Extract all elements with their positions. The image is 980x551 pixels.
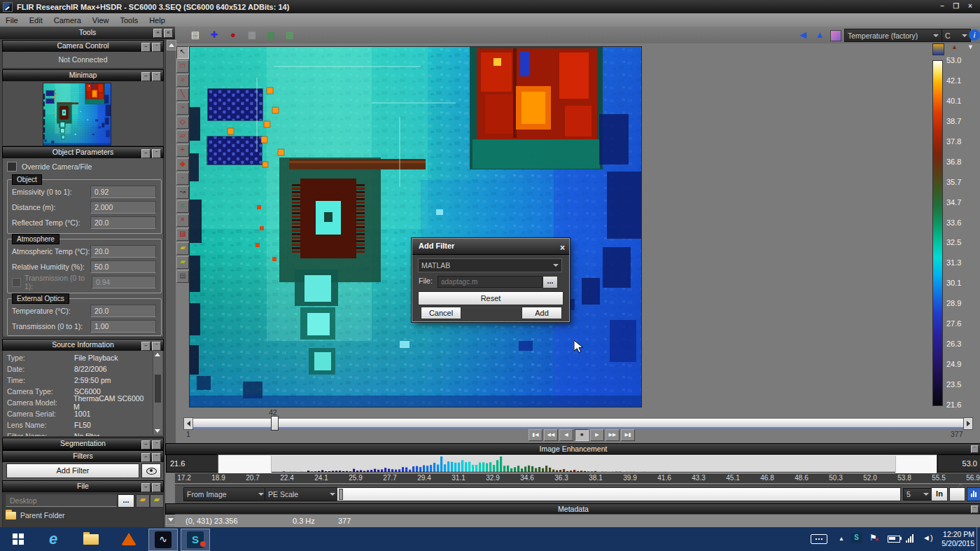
rect-roi-tool[interactable]: □ (176, 60, 189, 73)
add-button[interactable]: Add (522, 307, 562, 319)
folder-up-button[interactable]: ▰ (136, 494, 150, 508)
cross-marker-tool[interactable]: + (176, 144, 189, 157)
taskbar-internet-explorer[interactable]: e (39, 529, 67, 550)
info-icon[interactable]: i (969, 29, 980, 41)
flip-vertical-icon[interactable]: ▲ (813, 29, 826, 41)
scroll-up-icon[interactable] (155, 353, 160, 356)
reset-button[interactable]: Reset (418, 291, 564, 305)
tools-pane-collapse-button[interactable]: « (164, 29, 173, 38)
rewind-button[interactable]: ◀◀ (544, 429, 558, 441)
minimap-thermal-image[interactable] (43, 83, 111, 146)
source-info-scrollbar[interactable] (153, 351, 162, 435)
line-roi-tool[interactable]: ╲ (176, 88, 189, 101)
stop-button[interactable]: ■ (575, 429, 589, 441)
window-size-dropdown[interactable]: 5 (903, 488, 932, 501)
panel-collapse-icon[interactable]: ˇ (971, 445, 979, 453)
taskbar-file-explorer[interactable] (77, 529, 105, 550)
camera-snapshot-icon[interactable]: ▦ (246, 29, 258, 41)
open-roi-tool[interactable]: ▰ (176, 242, 189, 255)
histogram-area[interactable] (271, 456, 896, 473)
menu-camera[interactable]: Camera (48, 15, 87, 26)
histogram-range-bar[interactable] (218, 454, 937, 474)
scroll-down-icon[interactable] (166, 515, 176, 525)
panel-minimize-icon[interactable]: − (141, 483, 150, 492)
unit-letter-dropdown[interactable]: C (941, 29, 971, 42)
panel-minimize-icon[interactable]: − (141, 149, 150, 158)
parameter-input[interactable]: 50.0 (90, 260, 156, 273)
timeline-track[interactable] (192, 418, 964, 428)
parameter-input[interactable]: 20.0 (90, 305, 156, 317)
dialog-close-button[interactable]: × (560, 241, 565, 256)
volume-icon[interactable]: ◄) (923, 533, 933, 542)
sidebar-scrollbar[interactable] (165, 39, 176, 443)
save-roi-tool[interactable]: ▤ (176, 270, 189, 283)
panel-minimize-icon[interactable]: − (141, 72, 150, 81)
folder-go-button[interactable]: ▰ (150, 494, 164, 508)
scale-mode-dropdown[interactable]: PE Scale (265, 487, 339, 501)
panel-collapse-icon[interactable]: ˆ (152, 342, 161, 351)
add-filter-button[interactable]: Add Filter (6, 463, 139, 478)
palette-mini-icon[interactable] (932, 43, 944, 55)
timeline-right-arrow[interactable] (963, 417, 973, 430)
point-tool[interactable]: · (176, 172, 189, 185)
palette-icon[interactable] (830, 30, 841, 41)
panel-expand-icon[interactable]: ˇ (152, 440, 161, 449)
panel-collapse-icon[interactable]: ˆ (971, 505, 979, 513)
panel-minimize-icon[interactable]: − (141, 43, 150, 52)
rotated-rect-roi-tool[interactable]: ▱ (176, 130, 189, 143)
scroll-thumb[interactable] (155, 375, 161, 403)
filter-file-input[interactable]: adaptagc.m (438, 276, 542, 288)
curve-tool[interactable]: ↝ (176, 186, 189, 199)
segmentation-header[interactable]: Segmentation −ˇ (2, 438, 164, 450)
ln-scale-button[interactable]: ln (931, 487, 948, 501)
cancel-button[interactable]: Cancel (421, 307, 461, 319)
file-list-item[interactable]: Parent Folder (6, 511, 65, 519)
panel-collapse-icon[interactable]: ˆ (152, 453, 161, 462)
above-range-icon[interactable]: ▲ (949, 43, 960, 54)
parameter-input[interactable]: 20.0 (90, 216, 156, 229)
touch-keyboard-icon[interactable] (811, 534, 827, 544)
play-button[interactable]: ▶ (590, 429, 604, 441)
minimize-button[interactable]: – (937, 2, 948, 11)
panel-minimize-icon[interactable]: − (141, 342, 150, 351)
spot-marker-tool[interactable]: ◆ (176, 158, 189, 171)
show-desktop-button[interactable] (976, 527, 980, 551)
minimap-header[interactable]: Minimap −ˆ (2, 69, 164, 82)
fast-forward-button[interactable]: ▶▶ (606, 429, 620, 441)
taskbar-matlab[interactable] (115, 529, 143, 550)
taskbar-researchir[interactable]: ∿ (148, 529, 178, 551)
close-button[interactable]: × (965, 2, 976, 11)
transmission-checkbox[interactable] (12, 278, 21, 287)
file-path-input[interactable]: Desktop (6, 494, 117, 507)
parameter-input[interactable]: 0.94 (92, 276, 156, 288)
add-roi-file-tool[interactable]: ▰ (176, 256, 189, 269)
center-target-icon[interactable]: ✚ (208, 29, 220, 41)
timeline-handle[interactable] (271, 416, 279, 431)
menu-help[interactable]: Help (144, 15, 171, 26)
flip-horizontal-icon[interactable]: ◀ (797, 29, 809, 41)
filters-visibility-button[interactable] (141, 463, 161, 478)
freehand-roi-tool[interactable]: ~ (176, 102, 189, 115)
histogram-view-button[interactable] (967, 487, 980, 501)
image-enhancement-header[interactable]: Image Enhancement ˇ (165, 443, 980, 455)
image-add-icon[interactable]: ▩ (284, 29, 296, 41)
magic-wand-tool[interactable]: ≈ (176, 200, 189, 213)
unit-dropdown[interactable]: Temperature (factory) (844, 29, 942, 42)
filters-header[interactable]: Filters −ˆ (2, 450, 164, 463)
source-information-header[interactable]: Source Information −ˆ (2, 339, 164, 351)
panel-collapse-icon[interactable]: ˆ (152, 483, 161, 492)
network-signal-icon[interactable] (906, 534, 913, 543)
below-range-icon[interactable]: ▼ (965, 43, 976, 54)
menu-tools[interactable]: Tools (114, 15, 144, 26)
metadata-header[interactable]: Metadata ˆ (165, 503, 980, 515)
dialog-title-bar[interactable]: Add Filter × (412, 239, 569, 255)
first-frame-button[interactable]: ▮◀ (528, 429, 542, 441)
menu-edit[interactable]: Edit (24, 15, 48, 26)
panel-minimize-icon[interactable]: − (141, 453, 150, 462)
image-export-icon[interactable]: ▩ (265, 29, 277, 41)
tray-expand-icon[interactable]: ▲ (839, 536, 844, 542)
layout-icon[interactable]: ▤ (189, 29, 202, 41)
file-header[interactable]: File −ˆ (2, 480, 164, 493)
taskbar-clock[interactable]: 12:20 PM 5/20/2015 (941, 530, 974, 548)
parameter-input[interactable]: 0.92 (90, 186, 156, 198)
